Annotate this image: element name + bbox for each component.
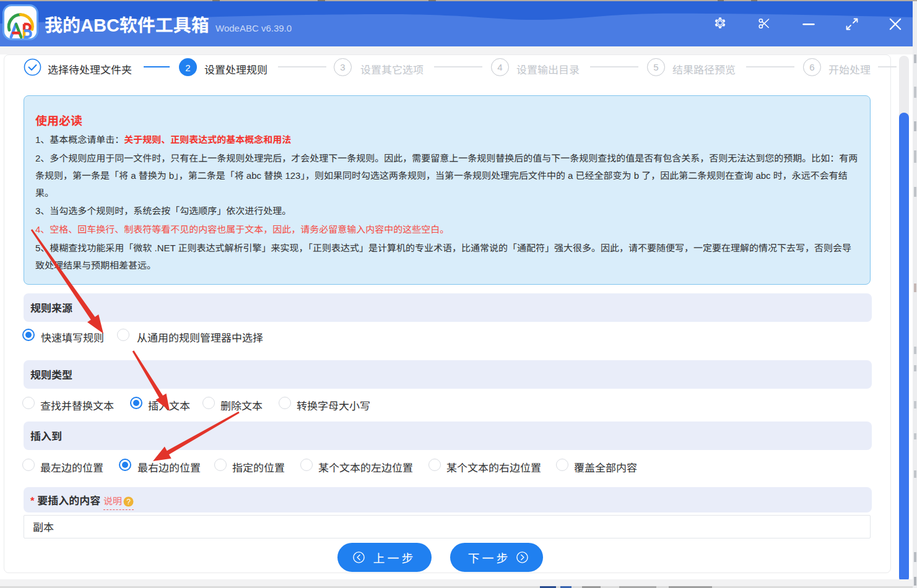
svg-text:?: ? <box>126 497 131 506</box>
